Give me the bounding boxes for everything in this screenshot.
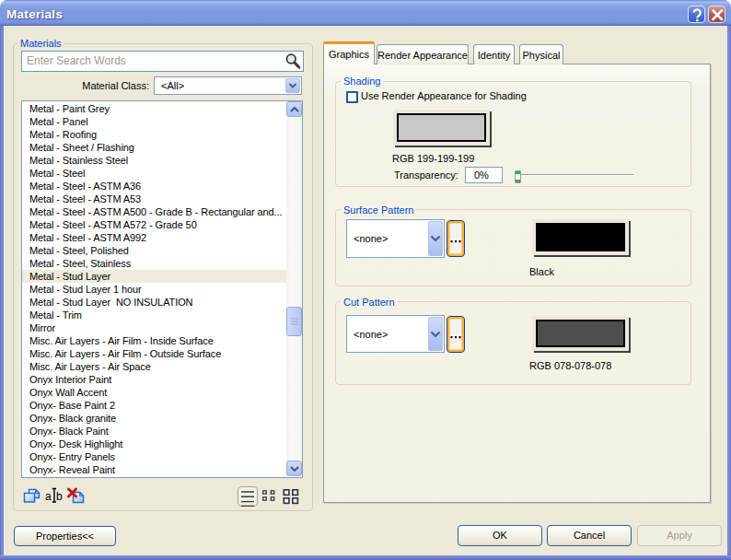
svg-text:b: b <box>56 490 63 503</box>
svg-text:a: a <box>45 490 52 503</box>
